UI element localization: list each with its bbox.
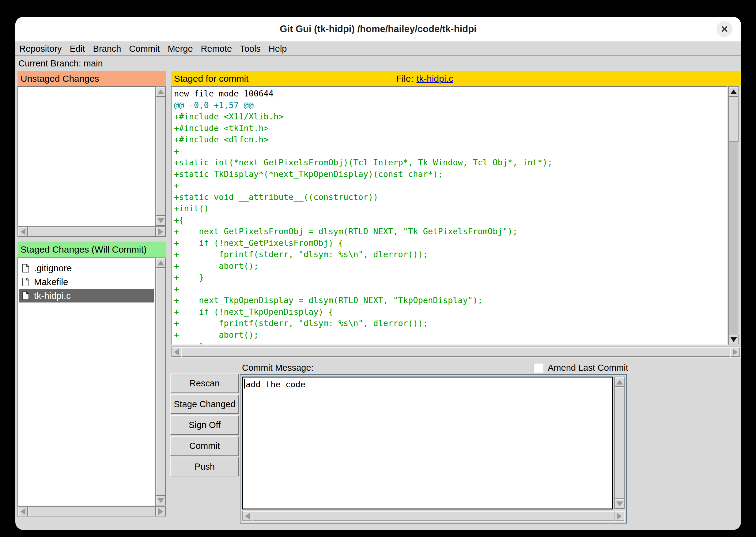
file-icon[interactable] bbox=[22, 291, 29, 300]
scroll-up-button[interactable] bbox=[615, 377, 625, 387]
diff-horizontal-scrollbar[interactable] bbox=[171, 347, 741, 357]
diff-line: + abort(); bbox=[174, 329, 725, 341]
scroll-left-button[interactable] bbox=[18, 507, 28, 516]
amend-last-commit-label[interactable]: Amend Last Commit bbox=[548, 363, 628, 373]
diff-line: +{ bbox=[174, 214, 725, 226]
file-name-label: Makefile bbox=[34, 277, 68, 287]
scrollbar-thumb[interactable] bbox=[729, 97, 738, 142]
scroll-left-button[interactable] bbox=[243, 511, 252, 521]
menu-item-merge[interactable]: Merge bbox=[163, 44, 197, 54]
diff-line: +static void __attribute__((constructor)… bbox=[174, 191, 725, 203]
file-name-label: tk-hidpi.c bbox=[34, 291, 71, 301]
commit-vertical-scrollbar[interactable] bbox=[614, 377, 625, 510]
diff-line: + } bbox=[174, 271, 725, 283]
scrollbar-thumb[interactable] bbox=[181, 347, 730, 357]
scroll-up-button[interactable] bbox=[156, 258, 166, 268]
diff-line: + abort(); bbox=[174, 260, 725, 272]
menu-item-branch[interactable]: Branch bbox=[89, 44, 125, 54]
staged-file-row-.gitignore[interactable]: .gitignore bbox=[19, 261, 154, 275]
menu-item-commit[interactable]: Commit bbox=[125, 44, 164, 54]
diff-line: + if (!next_GetPixelsFromObj) { bbox=[174, 237, 725, 249]
left-arrow-icon bbox=[174, 349, 179, 355]
file-icon[interactable] bbox=[22, 264, 29, 272]
scroll-down-button[interactable] bbox=[156, 496, 166, 506]
left-arrow-icon bbox=[21, 228, 25, 235]
scrollbar-thumb[interactable] bbox=[156, 268, 166, 496]
file-icon[interactable] bbox=[22, 278, 29, 286]
text-cursor bbox=[244, 379, 245, 389]
staged-changes-list[interactable]: .gitignoreMakefiletk-hidpi.c bbox=[18, 258, 155, 506]
stage-changed-button[interactable]: Stage Changed bbox=[170, 394, 239, 414]
diff-line: + bbox=[174, 283, 725, 295]
scroll-down-button[interactable] bbox=[156, 216, 166, 226]
close-button[interactable]: ✕ bbox=[717, 21, 733, 37]
diff-line: + next_GetPixelsFromObj = dlsym(RTLD_NEX… bbox=[174, 226, 725, 237]
diff-line: + fprintf(stderr, "dlsym: %s\n", dlerror… bbox=[174, 317, 725, 329]
scroll-right-button[interactable] bbox=[156, 227, 166, 237]
scroll-up-button[interactable] bbox=[156, 87, 166, 97]
scrollbar-thumb[interactable] bbox=[156, 97, 166, 216]
amend-last-commit-checkbox[interactable] bbox=[534, 363, 543, 373]
scrollbar-trough[interactable] bbox=[729, 142, 738, 335]
commit-message-text: add the code bbox=[246, 380, 305, 389]
menu-item-edit[interactable]: Edit bbox=[66, 44, 89, 54]
right-arrow-icon bbox=[158, 228, 163, 235]
staged-horizontal-scrollbar[interactable] bbox=[18, 506, 166, 517]
down-arrow-icon bbox=[730, 337, 737, 342]
down-arrow-icon bbox=[157, 498, 164, 503]
commit-button[interactable]: Commit bbox=[170, 436, 239, 456]
unstaged-changes-list[interactable] bbox=[18, 86, 155, 226]
diff-line: + if (!next_TkpOpenDisplay) { bbox=[174, 306, 725, 318]
down-arrow-icon bbox=[157, 218, 164, 223]
diff-line: +#include <tkInt.h> bbox=[174, 122, 725, 134]
commit-message-input[interactable]: add the code bbox=[242, 377, 613, 510]
staged-file-row-tk-hidpi.c[interactable]: tk-hidpi.c bbox=[19, 289, 154, 303]
push-button[interactable]: Push bbox=[170, 457, 239, 476]
sign-off-button[interactable]: Sign Off bbox=[170, 415, 239, 435]
scrollbar-thumb[interactable] bbox=[615, 387, 625, 499]
scroll-up-button[interactable] bbox=[729, 87, 738, 97]
amend-group: Amend Last Commit bbox=[534, 361, 628, 374]
diff-line: +init() bbox=[174, 203, 725, 214]
diff-line: + bbox=[174, 145, 725, 157]
up-arrow-icon bbox=[730, 89, 737, 94]
scroll-right-button[interactable] bbox=[156, 507, 166, 516]
commit-message-label: Commit Message: bbox=[242, 363, 314, 373]
menu-item-remote[interactable]: Remote bbox=[197, 44, 236, 54]
menu-item-tools[interactable]: Tools bbox=[236, 44, 265, 54]
scroll-left-button[interactable] bbox=[18, 227, 28, 237]
menu-bar: RepositoryEditBranchCommitMergeRemoteToo… bbox=[15, 42, 741, 56]
diff-vertical-scrollbar[interactable] bbox=[728, 86, 739, 345]
scroll-down-button[interactable] bbox=[729, 335, 738, 345]
rescan-button[interactable]: Rescan bbox=[170, 374, 239, 393]
diff-header: Staged for commit File: tk-hidpi.c bbox=[171, 71, 741, 86]
menu-item-help[interactable]: Help bbox=[265, 44, 291, 54]
staged-vertical-scrollbar[interactable] bbox=[155, 258, 166, 506]
scroll-right-button[interactable] bbox=[614, 511, 624, 521]
scroll-down-button[interactable] bbox=[615, 499, 625, 509]
unstaged-vertical-scrollbar[interactable] bbox=[155, 86, 166, 226]
scrollbar-thumb[interactable] bbox=[28, 227, 156, 237]
right-arrow-icon bbox=[733, 349, 737, 355]
right-arrow-icon bbox=[158, 508, 163, 515]
diff-file-label: File: bbox=[396, 73, 414, 84]
scrollbar-thumb[interactable] bbox=[28, 507, 156, 516]
staged-file-row-Makefile[interactable]: Makefile bbox=[19, 275, 154, 289]
file-name-label: .gitignore bbox=[34, 263, 72, 273]
diff-file-link[interactable]: tk-hidpi.c bbox=[417, 73, 453, 84]
diff-file-group: File: tk-hidpi.c bbox=[396, 71, 453, 86]
action-button-column: RescanStage ChangedSign OffCommitPush bbox=[170, 374, 239, 477]
scrollbar-thumb[interactable] bbox=[252, 511, 614, 521]
diff-view[interactable]: new file mode 100644@@ -0,0 +1,57 @@+#in… bbox=[171, 86, 728, 345]
git-gui-window: Git Gui (tk-hidpi) /home/hailey/code/tk-… bbox=[15, 17, 741, 530]
current-branch-label: Current Branch: main bbox=[15, 56, 741, 70]
menu-item-repository[interactable]: Repository bbox=[15, 44, 66, 54]
scroll-left-button[interactable] bbox=[171, 347, 181, 357]
up-arrow-icon bbox=[157, 89, 164, 94]
unstaged-horizontal-scrollbar[interactable] bbox=[18, 226, 166, 237]
diff-line: +static int(*next_GetPixelsFromObj)(Tcl_… bbox=[174, 157, 725, 168]
commit-horizontal-scrollbar[interactable] bbox=[242, 511, 625, 522]
left-arrow-icon bbox=[21, 508, 25, 515]
scroll-right-button[interactable] bbox=[730, 347, 740, 357]
diff-line: + next_TkpOpenDisplay = dlsym(RTLD_NEXT,… bbox=[174, 295, 725, 306]
